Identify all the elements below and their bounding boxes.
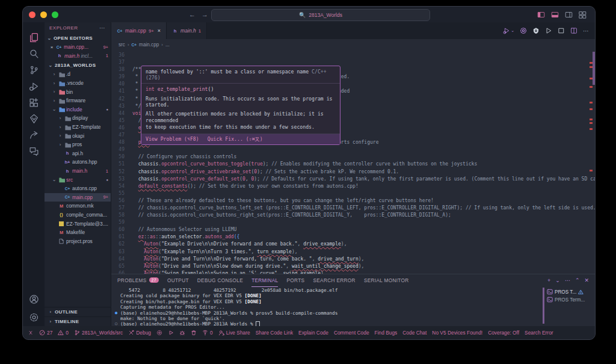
close-panel-icon[interactable]: ✕: [584, 278, 589, 283]
panel-tab-problems[interactable]: PROBLEMS27: [117, 274, 159, 287]
activity-source-control[interactable]: [23, 62, 45, 78]
terminal-dropdown-icon[interactable]: ⌄: [555, 278, 560, 283]
titlebar-customize-layout-icon[interactable]: [579, 11, 587, 19]
breadcrumb-item[interactable]: ...: [165, 42, 170, 48]
tree-item-firmware[interactable]: ›firmware: [45, 96, 111, 105]
tree-item-okapi[interactable]: ›okapi: [45, 131, 111, 140]
terminal-scrollbar[interactable]: [543, 288, 544, 324]
tree-item-autons-cpp[interactable]: C+autons.cpp: [45, 184, 111, 193]
sidebar-section-outline[interactable]: ›OUTLINE: [45, 307, 111, 316]
panel-tab-serial-monitor[interactable]: SERIAL MONITOR: [364, 274, 409, 287]
sidebar-section-timeline[interactable]: ›TIMELINE: [45, 316, 111, 326]
status-trash[interactable]: [191, 330, 197, 336]
tree-item-compile-comma-[interactable]: {}compile_comma...: [45, 211, 111, 220]
close-tab-icon[interactable]: ×: [158, 28, 161, 34]
activity-run-debug[interactable]: [23, 78, 45, 94]
status-v5-devices[interactable]: No V5 Devices Found!: [432, 330, 482, 336]
tree-item--vscode[interactable]: ›.vscode: [45, 79, 111, 88]
status-code-chat[interactable]: Code Chat: [402, 330, 427, 336]
editor-scrollbar[interactable]: [593, 52, 595, 85]
panel-tab-ports[interactable]: PORTS: [286, 274, 304, 287]
status-find-bugs[interactable]: Find Bugs: [375, 330, 398, 336]
panel-tab-terminal[interactable]: TERMINAL: [251, 274, 278, 287]
editor-action-gear[interactable]: [520, 27, 527, 34]
new-terminal-icon[interactable]: +: [547, 278, 550, 283]
maximize-panel-icon[interactable]: ⌃: [575, 278, 580, 283]
status-errors[interactable]: 27: [39, 330, 52, 336]
tree-item-autons-hpp[interactable]: h+autons.hpp: [45, 158, 111, 167]
tree-item-display[interactable]: ›display: [45, 114, 111, 123]
terminal-instance[interactable]: PROS T...: [544, 289, 595, 295]
close-window-button[interactable]: [29, 11, 35, 18]
tree-item-ez-template-3-[interactable]: EZ-Template@3....: [45, 219, 111, 228]
tab-main-cpp[interactable]: C+main.cpp9+×: [111, 22, 167, 39]
tree-item-common-mk[interactable]: Mcommon.mk: [45, 202, 111, 211]
editor-action-play[interactable]: [545, 27, 552, 34]
titlebar-toggle-sidebar-icon[interactable]: [537, 11, 545, 19]
tree-item--d[interactable]: ›.d: [45, 70, 111, 79]
open-editor-item[interactable]: ×C+main.cpp...9+: [45, 43, 111, 52]
terminal-output[interactable]: 5472 8 48251712 48257192 2e058a8 bin/hot…: [111, 286, 544, 326]
status-wireless[interactable]: 0: [202, 330, 213, 336]
activity-account[interactable]: [23, 290, 45, 308]
activity-chat[interactable]: [23, 143, 45, 159]
panel-tab-debug-console[interactable]: DEBUG CONSOLE: [197, 274, 243, 287]
status-debug-config[interactable]: Debug: [128, 330, 151, 336]
open-editor-item[interactable]: hmain.h incl...1: [45, 52, 111, 61]
panel-tab-output[interactable]: OUTPUT: [167, 274, 189, 287]
activity-extensions[interactable]: [23, 94, 45, 111]
quick-fix-link[interactable]: Quick Fix... (⇧⌘又): [208, 136, 263, 143]
activity-share[interactable]: [23, 127, 45, 143]
tree-item-pros[interactable]: ›pros: [45, 140, 111, 149]
editor-action-ellipsis[interactable]: ⋯: [583, 28, 589, 34]
editor-action-split-editor[interactable]: [570, 27, 578, 34]
workspace-root-folder[interactable]: ⌄ 2813A_WORLDS: [45, 60, 111, 70]
status-gear[interactable]: [156, 330, 162, 336]
status-explain-code[interactable]: Explain Code: [298, 330, 328, 336]
tree-item-ez-template[interactable]: ›EZ-Template: [45, 123, 111, 132]
tree-item-main-cpp[interactable]: C+main.cpp9+: [45, 193, 111, 202]
editor-action-stop[interactable]: [558, 27, 565, 34]
tree-item-include[interactable]: ⌄include●: [45, 105, 111, 114]
tab-main-h[interactable]: hmain.h1: [167, 22, 207, 39]
close-icon[interactable]: ×: [49, 45, 54, 50]
status-run[interactable]: [168, 330, 174, 336]
breadcrumb-item[interactable]: main.cpp: [139, 42, 159, 48]
view-problem-link[interactable]: View Problem (⌥F8): [146, 136, 199, 143]
command-center[interactable]: 🔍 2813A_Worlds: [211, 9, 430, 21]
tree-item-project-pros[interactable]: project.pros: [45, 236, 111, 245]
status-search-error[interactable]: Search Error: [525, 330, 553, 336]
status-coverage[interactable]: Coverage: Off: [488, 330, 519, 336]
activity-pros[interactable]: [23, 111, 45, 127]
breadcrumb-item[interactable]: src: [119, 42, 125, 48]
terminal-instance[interactable]: PROS Term...: [544, 297, 595, 303]
titlebar-toggle-secondary-sidebar-icon[interactable]: [565, 11, 573, 19]
code-editor[interactable]: 363738/**39 * Runs initialization code. …: [111, 50, 595, 274]
forward-icon[interactable]: →: [202, 11, 208, 18]
open-editors-header[interactable]: ⌄ OPEN EDITORS: [45, 33, 111, 43]
tree-item-bin[interactable]: ›bin: [45, 87, 111, 96]
tree-item-makefile[interactable]: MMakefile: [45, 228, 111, 237]
more-actions-icon[interactable]: ⋯: [565, 278, 570, 283]
tree-item-src[interactable]: ⌄src●: [45, 175, 111, 184]
tree-item-api-h[interactable]: hapi.h: [45, 149, 111, 158]
panel-tab-search-error[interactable]: SEARCH ERROR: [313, 274, 355, 287]
minimize-window-button[interactable]: [40, 11, 47, 18]
editor-action-deploy[interactable]: [532, 27, 540, 34]
back-icon[interactable]: ←: [189, 11, 196, 18]
activity-search[interactable]: [23, 46, 45, 62]
status-comment-code[interactable]: Comment Code: [334, 330, 369, 336]
titlebar-toggle-panel-icon[interactable]: [551, 11, 559, 19]
status-live-share[interactable]: Live Share: [218, 330, 250, 336]
tree-item-main-h[interactable]: hmain.h1: [45, 167, 111, 176]
activity-settings[interactable]: [23, 308, 45, 326]
status-source-control[interactable]: 2813A_Worlds/src: [74, 330, 123, 336]
editor-action-debug-alt[interactable]: ⌄: [503, 27, 514, 34]
status-warnings[interactable]: 0: [58, 330, 69, 336]
status-bug[interactable]: [179, 330, 185, 336]
status-share-code-link[interactable]: Share Code Link: [256, 330, 293, 336]
status-remote[interactable]: [28, 330, 34, 336]
activity-explorer[interactable]: [23, 29, 45, 46]
sidebar-actions-icon[interactable]: ⋯: [99, 25, 106, 31]
zoom-window-button[interactable]: [52, 11, 58, 18]
